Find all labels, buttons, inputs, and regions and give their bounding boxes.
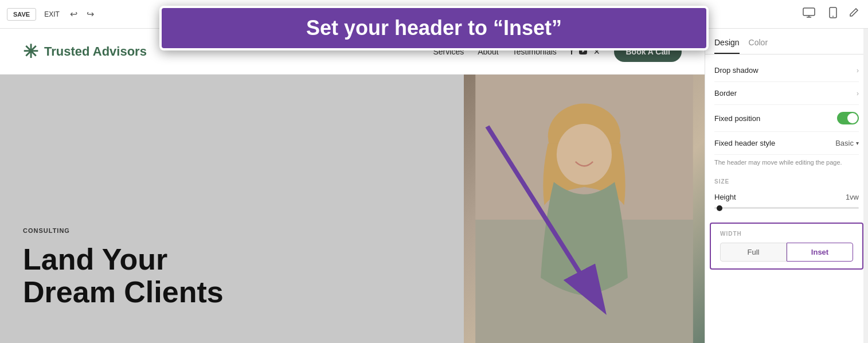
logo-icon: ✳: [23, 41, 38, 63]
exit-button[interactable]: EXIT: [41, 8, 63, 21]
fixed-position-row: Fixed position: [714, 105, 859, 132]
width-full-option[interactable]: Full: [720, 243, 787, 262]
drop-shadow-label: Drop shadow: [714, 66, 758, 75]
fixed-header-style-chevron: ▾: [856, 140, 859, 146]
height-slider[interactable]: [714, 207, 859, 209]
border-label: Border: [714, 89, 737, 98]
height-row: Height 1vw: [714, 187, 859, 207]
redo-button[interactable]: ↪: [84, 6, 96, 22]
desktop-view-button[interactable]: [798, 5, 820, 23]
border-row[interactable]: Border ›: [714, 82, 859, 105]
canvas: ✳ Trusted Advisors Services About Testim…: [0, 29, 705, 343]
fixed-position-toggle[interactable]: [837, 112, 859, 124]
mobile-view-button[interactable]: [824, 5, 842, 24]
hero-label: CONSULTING: [23, 227, 441, 234]
svg-point-2: [832, 16, 834, 17]
announcement-banner: Set your header to “Inset”: [159, 6, 709, 50]
hero-section: CONSULTING Land Your Dream Clients: [0, 75, 705, 343]
height-label: Height: [714, 193, 736, 201]
width-inset-option[interactable]: Inset: [787, 243, 853, 262]
site-name: Trusted Advisors: [44, 44, 147, 59]
fixed-header-style-value: Basic: [835, 139, 854, 147]
hero-content: CONSULTING Land Your Dream Clients: [0, 75, 464, 343]
site-logo: ✳ Trusted Advisors: [23, 41, 147, 63]
toggle-knob: [847, 113, 858, 123]
panel-hint: The header may move while editing the pa…: [714, 155, 859, 173]
drop-shadow-row[interactable]: Drop shadow ›: [714, 59, 859, 82]
announcement-text: Set your header to “Inset”: [306, 16, 562, 40]
height-value: 1vw: [846, 193, 859, 201]
slider-dot[interactable]: [717, 205, 722, 211]
panel-design-section: Drop shadow › Border › Fixed position Fi…: [705, 54, 868, 218]
fixed-header-style-select[interactable]: Basic ▾: [835, 139, 859, 147]
svg-point-7: [557, 124, 612, 185]
width-options: Full Inset: [720, 243, 853, 262]
width-section: Width Full Inset: [710, 223, 863, 270]
hero-image: [464, 75, 705, 343]
width-label: Width: [720, 231, 853, 237]
undo-button[interactable]: ↩: [68, 6, 80, 22]
tab-design[interactable]: Design: [714, 38, 740, 54]
right-panel: Design Color Drop shadow › Border › Fixe…: [705, 29, 868, 343]
panel-tabs: Design Color: [705, 29, 868, 54]
border-chevron: ›: [857, 89, 859, 98]
tab-color[interactable]: Color: [749, 38, 768, 54]
fixed-header-style-row: Fixed header style Basic ▾: [714, 132, 859, 155]
edit-icon-button[interactable]: [846, 5, 861, 23]
svg-rect-0: [803, 8, 815, 15]
size-label: SIZE: [714, 173, 859, 187]
hero-title: Land Your Dream Clients: [23, 243, 441, 309]
save-button[interactable]: SAVE: [7, 8, 36, 21]
fixed-header-style-label: Fixed header style: [714, 139, 775, 147]
fixed-position-label: Fixed position: [714, 114, 760, 123]
panel-scrollbar[interactable]: [863, 29, 868, 343]
drop-shadow-chevron: ›: [857, 67, 859, 75]
